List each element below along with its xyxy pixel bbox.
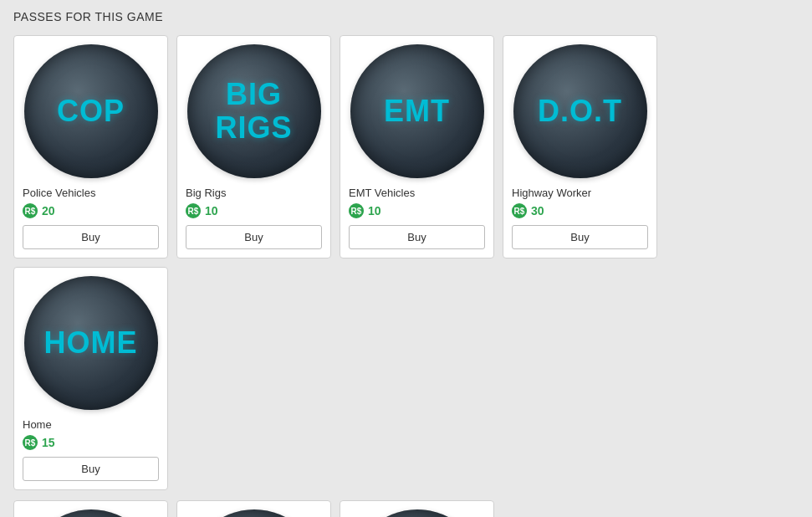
pass-icon-text-emt: EMT bbox=[384, 95, 450, 128]
passes-grid: COPPolice Vehicles R$ 20BuyBIG RIGSBig R… bbox=[13, 35, 799, 517]
pass-icon-dot: D.O.T bbox=[513, 44, 647, 178]
passes-row-2: RADIOCar Radio R$ 20BuyFREE TOLLSFree To… bbox=[13, 500, 799, 517]
pass-price-emt: R$ 10 bbox=[349, 203, 381, 218]
pass-card-emt: EMTEMT Vehicles R$ 10Buy bbox=[340, 35, 494, 258]
pass-icon-emt: EMT bbox=[350, 44, 484, 178]
pass-icon-gun: GUN bbox=[350, 509, 484, 517]
pass-icon-radio: RADIO bbox=[24, 509, 158, 517]
pass-card-gun: GUNGun R$ 20Buy bbox=[340, 500, 494, 517]
pass-price-big-rigs: R$ 10 bbox=[186, 203, 218, 218]
svg-text:R$: R$ bbox=[351, 207, 362, 216]
pass-price-dot: R$ 30 bbox=[512, 203, 544, 218]
pass-name-dot: Highway Worker bbox=[512, 187, 591, 199]
page-title: PASSES FOR THIS GAME bbox=[13, 10, 799, 23]
pass-name-home: Home bbox=[23, 418, 52, 431]
pass-price-amount-cop: 20 bbox=[42, 204, 55, 218]
pass-icon-text-big-rigs: BIG RIGS bbox=[215, 78, 292, 144]
pass-price-amount-emt: 10 bbox=[368, 204, 381, 218]
svg-text:R$: R$ bbox=[188, 207, 199, 216]
pass-icon-text-dot: D.O.T bbox=[538, 95, 622, 128]
pass-price-amount-home: 15 bbox=[42, 436, 55, 449]
pass-card-dot: D.O.THighway Worker R$ 30Buy bbox=[503, 35, 657, 258]
buy-button-big-rigs[interactable]: Buy bbox=[186, 225, 322, 249]
pass-icon-cop: COP bbox=[24, 44, 158, 178]
pass-card-home: HOMEHome R$ 15Buy bbox=[13, 267, 168, 490]
pass-icon-free-tolls: FREE TOLLS bbox=[187, 509, 321, 517]
buy-button-emt[interactable]: Buy bbox=[349, 225, 485, 249]
pass-price-cop: R$ 20 bbox=[23, 203, 55, 218]
pass-card-big-rigs: BIG RIGSBig Rigs R$ 10Buy bbox=[176, 35, 331, 258]
pass-card-radio: RADIOCar Radio R$ 20Buy bbox=[13, 500, 168, 517]
pass-icon-text-home: HOME bbox=[44, 326, 138, 360]
pass-icon-text-cop: COP bbox=[57, 95, 125, 128]
passes-row-1: COPPolice Vehicles R$ 20BuyBIG RIGSBig R… bbox=[13, 35, 799, 490]
pass-icon-big-rigs: BIG RIGS bbox=[187, 44, 321, 178]
pass-name-big-rigs: Big Rigs bbox=[186, 187, 226, 199]
svg-text:R$: R$ bbox=[25, 438, 36, 448]
buy-button-cop[interactable]: Buy bbox=[23, 225, 159, 249]
pass-card-free-tolls: FREE TOLLSFree Tolls! -FIXED- R$ 2Buy bbox=[176, 500, 331, 517]
pass-name-emt: EMT Vehicles bbox=[349, 187, 415, 199]
buy-button-dot[interactable]: Buy bbox=[512, 225, 648, 249]
pass-price-home: R$ 15 bbox=[23, 435, 55, 450]
svg-text:R$: R$ bbox=[514, 207, 525, 216]
pass-price-amount-big-rigs: 10 bbox=[205, 204, 218, 218]
buy-button-home[interactable]: Buy bbox=[23, 457, 159, 481]
svg-text:R$: R$ bbox=[25, 207, 36, 216]
pass-name-cop: Police Vehicles bbox=[23, 187, 95, 199]
pass-icon-home: HOME bbox=[24, 276, 158, 410]
pass-price-amount-dot: 30 bbox=[531, 204, 544, 218]
pass-card-cop: COPPolice Vehicles R$ 20Buy bbox=[13, 35, 168, 258]
